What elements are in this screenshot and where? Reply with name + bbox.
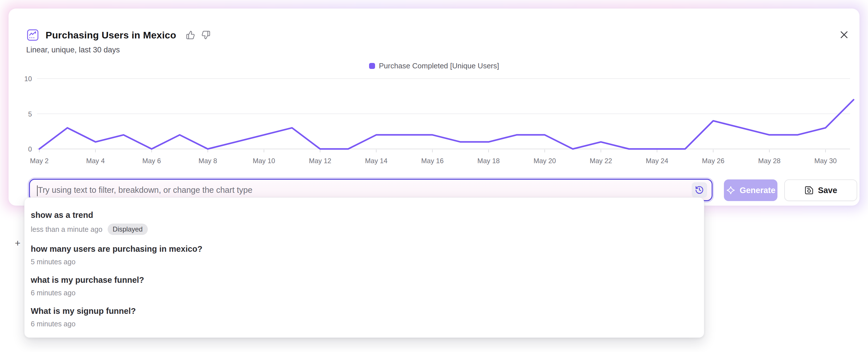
page-title: Purchasing Users in Mexico	[45, 30, 176, 41]
history-item-title: What is my signup funnel?	[31, 306, 697, 316]
save-label: Save	[818, 186, 837, 195]
history-item[interactable]: What is my signup funnel? 6 minutes ago	[25, 301, 704, 333]
history-item-time: 6 minutes ago	[31, 288, 75, 297]
svg-text:10: 10	[24, 75, 32, 83]
svg-text:May 26: May 26	[702, 157, 724, 165]
svg-text:May 12: May 12	[309, 157, 332, 165]
svg-text:May 10: May 10	[253, 157, 275, 165]
text-caret	[37, 185, 38, 196]
svg-text:May 24: May 24	[646, 157, 669, 165]
plus-glyph: +	[15, 237, 21, 249]
history-item[interactable]: show as a trend less than a minute ago D…	[25, 205, 704, 239]
svg-text:5: 5	[28, 110, 32, 118]
svg-text:May 20: May 20	[533, 157, 556, 165]
history-item-meta: 6 minutes ago	[31, 320, 697, 328]
line-chart: 0510May 2May 4May 6May 8May 10May 12May …	[8, 73, 860, 171]
history-item-time: 6 minutes ago	[31, 320, 75, 328]
svg-text:May 28: May 28	[758, 157, 781, 165]
svg-text:May 6: May 6	[143, 157, 161, 165]
legend-label: Purchase Completed [Unique Users]	[379, 62, 499, 70]
history-icon[interactable]	[692, 182, 707, 198]
sparkle-icon	[726, 185, 736, 195]
status-badge: Displayed	[107, 224, 148, 235]
line-chart-icon	[27, 29, 39, 41]
legend-swatch	[369, 63, 375, 69]
thumbs-up-icon[interactable]	[186, 30, 195, 40]
history-item-title: how many users are purchasing in mexico?	[31, 244, 697, 254]
prompt-history-dropdown: show as a trend less than a minute ago D…	[24, 197, 704, 338]
svg-text:0: 0	[28, 145, 32, 153]
history-item-title: what is my purchase funnel?	[31, 275, 697, 285]
card-header: Purchasing Users in Mexico	[27, 29, 211, 41]
history-item-meta: 6 minutes ago	[31, 288, 697, 297]
chart-legend: Purchase Completed [Unique Users]	[8, 62, 860, 70]
chart-card: Purchasing Users in Mexico Linear, uniqu…	[8, 8, 860, 205]
save-button[interactable]: Save	[784, 180, 857, 201]
svg-text:May 14: May 14	[365, 157, 388, 165]
svg-text:May 2: May 2	[30, 157, 49, 165]
svg-text:May 16: May 16	[421, 157, 444, 165]
history-item-meta: 5 minutes ago	[31, 257, 697, 266]
save-icon	[804, 185, 814, 195]
close-icon[interactable]	[838, 29, 850, 40]
svg-text:May 22: May 22	[590, 157, 612, 165]
feedback-buttons	[186, 30, 211, 40]
history-item-title: show as a trend	[31, 210, 697, 220]
history-item[interactable]: how many users are purchasing in mexico?…	[25, 239, 704, 270]
svg-text:May 30: May 30	[814, 157, 837, 165]
history-item[interactable]: what is my purchase funnel? 6 minutes ag…	[25, 270, 704, 301]
thumbs-down-icon[interactable]	[202, 30, 211, 40]
svg-text:May 18: May 18	[477, 157, 500, 165]
chart-subtitle: Linear, unique, last 30 days	[26, 45, 120, 54]
generate-button[interactable]: Generate	[724, 180, 777, 201]
history-item-time: less than a minute ago	[31, 225, 102, 233]
svg-text:May 4: May 4	[86, 157, 105, 165]
history-item-time: 5 minutes ago	[31, 257, 75, 266]
history-item-meta: less than a minute ago Displayed	[31, 224, 697, 235]
generate-label: Generate	[740, 186, 775, 195]
svg-text:May 8: May 8	[198, 157, 217, 165]
